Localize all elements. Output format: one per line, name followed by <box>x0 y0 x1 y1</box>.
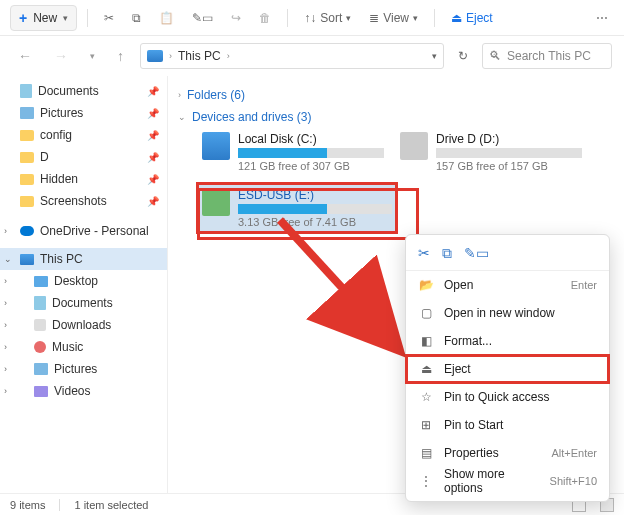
sidebar-item-hidden[interactable]: Hidden📌 <box>0 168 167 190</box>
context-menu-item-eject[interactable]: ⏏Eject <box>406 355 609 383</box>
sidebar-item-music[interactable]: ›Music <box>0 336 167 358</box>
sidebar-tree[interactable]: Documents📌Pictures📌config📌D📌Hidden📌Scree… <box>0 76 168 493</box>
rename-icon[interactable]: ✎▭ <box>464 245 489 262</box>
menu-item-shortcut: Alt+Enter <box>551 447 597 459</box>
pin-icon: 📌 <box>147 108 159 119</box>
doc-icon <box>34 296 46 310</box>
context-menu-item-show-more-options[interactable]: ⋮Show more optionsShift+F10 <box>406 467 609 495</box>
cut-icon[interactable]: ✂ <box>418 245 430 262</box>
menu-item-label: Open in new window <box>444 306 587 320</box>
item-count: 9 items <box>10 499 45 511</box>
sidebar-item-pictures[interactable]: Pictures📌 <box>0 102 167 124</box>
menu-item-icon: 📂 <box>418 278 434 292</box>
sidebar-item-videos[interactable]: ›Videos <box>0 380 167 402</box>
cut-icon[interactable]: ✂ <box>98 7 120 29</box>
address-bar[interactable]: › This PC › ▾ <box>140 43 444 69</box>
capacity-bar <box>238 148 384 158</box>
context-menu-item-pin-to-quick-access[interactable]: ☆Pin to Quick access <box>406 383 609 411</box>
folder-icon <box>20 130 34 141</box>
drive-name: ESD-USB (E:) <box>238 188 392 202</box>
onedrive-icon <box>20 226 34 236</box>
context-menu-item-pin-to-start[interactable]: ⊞Pin to Start <box>406 411 609 439</box>
drive-item[interactable]: Drive D (D:) 157 GB free of 157 GB <box>396 128 586 176</box>
sidebar-item-config[interactable]: config📌 <box>0 124 167 146</box>
plus-icon: + <box>19 10 27 26</box>
video-icon <box>34 386 48 397</box>
pic-icon <box>20 107 34 119</box>
capacity-bar <box>436 148 582 158</box>
folder-icon <box>20 174 34 185</box>
sidebar-item-label: Downloads <box>52 318 111 332</box>
top-toolbar: + New ▾ ✂ ⧉ 📋 ✎▭ ↪ 🗑 ↑↓ Sort ▾ ≣ View ▾ … <box>0 0 624 36</box>
context-menu: ✂ ⧉ ✎▭ 📂OpenEnter▢Open in new window◧For… <box>405 234 610 502</box>
context-menu-item-properties[interactable]: ▤PropertiesAlt+Enter <box>406 439 609 467</box>
menu-item-label: Format... <box>444 334 587 348</box>
up-button[interactable]: ↑ <box>111 44 130 68</box>
menu-item-shortcut: Enter <box>571 279 597 291</box>
sidebar-item-documents[interactable]: Documents📌 <box>0 80 167 102</box>
rename-icon[interactable]: ✎▭ <box>186 7 219 29</box>
breadcrumb[interactable]: This PC <box>178 49 221 63</box>
sidebar-item-downloads[interactable]: ›Downloads <box>0 314 167 336</box>
sidebar-item-label: Videos <box>54 384 90 398</box>
sort-button[interactable]: ↑↓ Sort ▾ <box>298 7 357 29</box>
copy-icon[interactable]: ⧉ <box>442 245 452 262</box>
menu-item-label: Show more options <box>444 467 540 495</box>
context-menu-item-open[interactable]: 📂OpenEnter <box>406 271 609 299</box>
sidebar-item-documents[interactable]: ›Documents <box>0 292 167 314</box>
drive-item[interactable]: Local Disk (C:) 121 GB free of 307 GB <box>198 128 388 176</box>
sidebar-item-label: Music <box>52 340 83 354</box>
menu-item-icon: ☆ <box>418 390 434 404</box>
sidebar-item-label: Pictures <box>54 362 97 376</box>
share-icon[interactable]: ↪ <box>225 7 247 29</box>
doc-icon <box>20 84 32 98</box>
dl-icon <box>34 319 46 331</box>
sidebar-item-this-pc[interactable]: ⌄ This PC <box>0 248 167 270</box>
menu-item-label: Pin to Start <box>444 418 587 432</box>
sidebar-item-screenshots[interactable]: Screenshots📌 <box>0 190 167 212</box>
menu-item-icon: ⋮ <box>418 474 434 488</box>
copy-icon[interactable]: ⧉ <box>126 7 147 29</box>
pc-icon <box>20 254 34 265</box>
pin-icon: 📌 <box>147 152 159 163</box>
sidebar-item-desktop[interactable]: ›Desktop <box>0 270 167 292</box>
refresh-button[interactable]: ↻ <box>454 45 472 67</box>
back-button[interactable]: ← <box>12 44 38 68</box>
sidebar-item-label: D <box>40 150 49 164</box>
sidebar-item-onedrive[interactable]: › OneDrive - Personal <box>0 220 167 242</box>
sidebar-item-d[interactable]: D📌 <box>0 146 167 168</box>
folder-icon <box>20 152 34 163</box>
forward-button[interactable]: → <box>48 44 74 68</box>
menu-item-shortcut: Shift+F10 <box>550 475 597 487</box>
view-button[interactable]: ≣ View ▾ <box>363 7 424 29</box>
menu-item-icon: ⏏ <box>418 362 434 376</box>
drive-item[interactable]: ESD-USB (E:) 3.13 GB free of 7.41 GB <box>198 184 396 232</box>
recent-button[interactable]: ▾ <box>84 47 101 65</box>
group-folders[interactable]: › Folders (6) <box>178 84 614 106</box>
drive-free-text: 121 GB free of 307 GB <box>238 160 384 172</box>
menu-item-label: Pin to Quick access <box>444 390 587 404</box>
eject-button-toolbar[interactable]: ⏏ Eject <box>445 7 499 29</box>
folder-icon <box>20 196 34 207</box>
context-menu-item-open-in-new-window[interactable]: ▢Open in new window <box>406 299 609 327</box>
sidebar-item-pictures[interactable]: ›Pictures <box>0 358 167 380</box>
capacity-bar <box>238 204 392 214</box>
chevron-down-icon[interactable]: ▾ <box>432 51 437 61</box>
menu-item-label: Eject <box>444 362 587 376</box>
menu-item-icon: ▤ <box>418 446 434 460</box>
drive-free-text: 157 GB free of 157 GB <box>436 160 582 172</box>
new-button[interactable]: + New ▾ <box>10 5 77 31</box>
search-input[interactable]: 🔍︎ Search This PC <box>482 43 612 69</box>
selection-count: 1 item selected <box>74 499 148 511</box>
drive-icon <box>400 132 428 160</box>
drive-name: Local Disk (C:) <box>238 132 384 146</box>
drive-icon <box>202 132 230 160</box>
group-devices[interactable]: ⌄ Devices and drives (3) <box>178 106 614 128</box>
delete-icon[interactable]: 🗑 <box>253 7 277 29</box>
more-icon[interactable]: ⋯ <box>590 7 614 29</box>
drive-free-text: 3.13 GB free of 7.41 GB <box>238 216 392 228</box>
paste-icon[interactable]: 📋 <box>153 7 180 29</box>
context-menu-item-format-[interactable]: ◧Format... <box>406 327 609 355</box>
menu-item-label: Properties <box>444 446 541 460</box>
menu-item-label: Open <box>444 278 561 292</box>
